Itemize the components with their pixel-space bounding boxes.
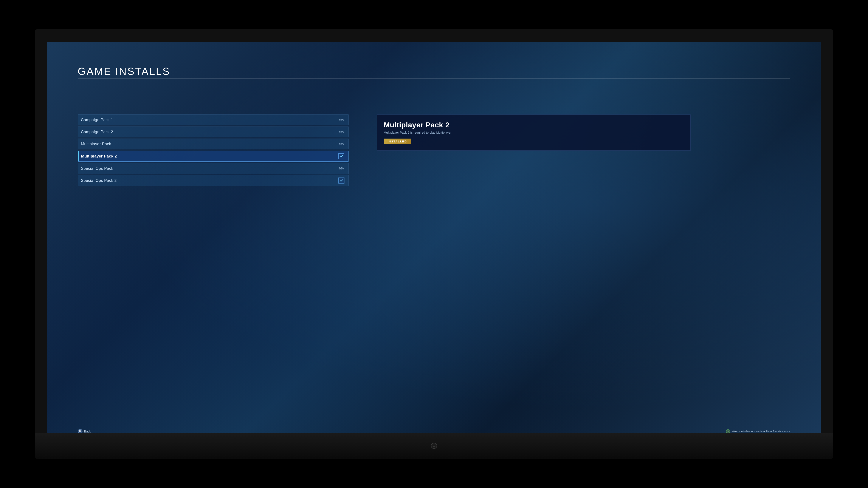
detail-description: Multiplayer Pack 2 is required to play M… — [383, 131, 684, 134]
list-item-cp2[interactable]: Campaign Pack 2 MW — [78, 127, 348, 137]
mw-icon-sop1: MW — [338, 165, 345, 171]
list-item-mp2[interactable]: Multiplayer Pack 2 — [78, 151, 348, 162]
list-item-sop1[interactable]: Special Ops Pack MW — [78, 163, 348, 174]
check-icon-sop2 — [338, 177, 345, 184]
detail-title: Multiplayer Pack 2 — [383, 121, 684, 129]
list-item-mp1[interactable]: Multiplayer Pack MW — [78, 138, 348, 149]
item-label-mp1: Multiplayer Pack — [81, 142, 111, 146]
item-label-sop2: Special Ops Pack 2 — [81, 178, 117, 183]
item-label-cp2: Campaign Pack 2 — [81, 130, 113, 134]
item-label-mp2: Multiplayer Pack 2 — [81, 154, 117, 159]
list-item-sop2[interactable]: Special Ops Pack 2 — [78, 175, 348, 186]
list-item-cp1[interactable]: Campaign Pack 1 MW — [78, 115, 348, 125]
install-list: Campaign Pack 1 MW Campaign Pack 2 MW — [78, 115, 348, 186]
installed-badge: INSTALLED — [383, 138, 411, 144]
main-area: Campaign Pack 1 MW Campaign Pack 2 MW — [78, 115, 790, 186]
mw-icon-cp2: MW — [338, 129, 345, 135]
mw-icon-mp1: MW — [338, 141, 345, 147]
page-title: GAME INSTALLS — [78, 65, 790, 79]
item-label-sop1: Special Ops Pack — [81, 166, 113, 171]
check-icon-mp2 — [337, 153, 345, 159]
detail-panel: Multiplayer Pack 2 Multiplayer Pack 2 is… — [377, 115, 691, 151]
mw-icon-cp1: MW — [338, 117, 345, 123]
item-label-cp1: Campaign Pack 1 — [81, 118, 113, 122]
